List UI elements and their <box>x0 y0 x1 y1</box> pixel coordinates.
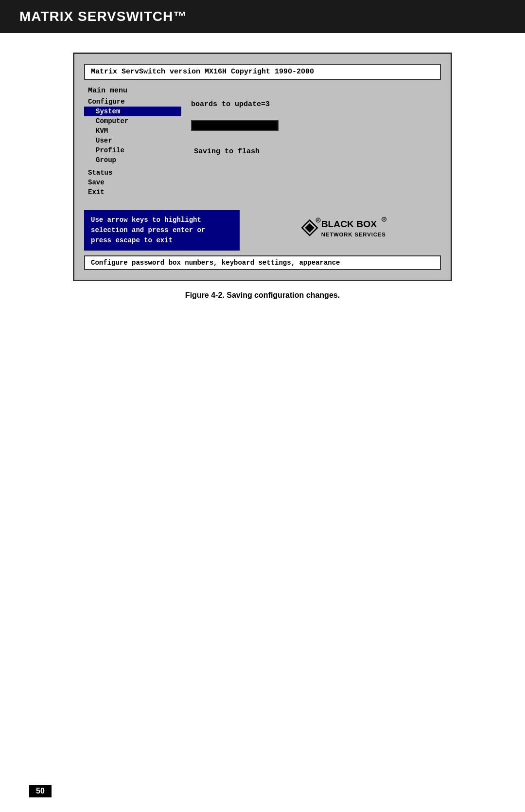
logo-area: R BLACK BOX R NETWORK SERVICES <box>240 207 441 251</box>
menu-item-save[interactable]: Save <box>84 178 181 187</box>
menu-item-group[interactable]: Group <box>84 155 181 165</box>
svg-text:BLACK BOX: BLACK BOX <box>321 219 377 229</box>
screen-container: Matrix ServSwitch version MX16H Copyrigh… <box>73 53 452 281</box>
left-menu: Main menu Configure System Computer KVM … <box>84 86 181 197</box>
right-content: boards to update=3 Saving to flash <box>181 86 441 197</box>
status-bar: Configure password box numbers, keyboard… <box>84 255 441 270</box>
svg-text:R: R <box>383 217 385 221</box>
svg-marker-1 <box>305 223 314 233</box>
menu-item-computer[interactable]: Computer <box>84 116 181 126</box>
menu-item-profile[interactable]: Profile <box>84 145 181 155</box>
instruction-box: Use arrow keys to highlight selection an… <box>84 210 240 251</box>
menu-item-status[interactable]: Status <box>84 168 181 178</box>
instruction-line3: press escape to exit <box>91 236 173 244</box>
version-text: Matrix ServSwitch version MX16H Copyrigh… <box>91 68 314 76</box>
svg-text:NETWORK SERVICES: NETWORK SERVICES <box>321 232 386 237</box>
header-title: MATRIX SERVSWITCH™ <box>19 9 187 24</box>
version-bar: Matrix ServSwitch version MX16H Copyrigh… <box>84 64 441 80</box>
page-number: 50 <box>29 785 52 797</box>
menu-item-system[interactable]: System <box>84 107 181 116</box>
figure-caption: Figure 4-2. Saving configuration changes… <box>29 291 496 300</box>
main-menu-label: Main menu <box>84 86 181 96</box>
progress-bar-container <box>191 120 431 131</box>
instruction-line1: Use arrow keys to highlight <box>91 216 201 224</box>
progress-bar-inner <box>192 121 216 130</box>
instruction-line2: selection and press enter or <box>91 226 205 234</box>
bottom-area: Use arrow keys to highlight selection an… <box>84 207 441 251</box>
menu-item-exit[interactable]: Exit <box>84 187 181 197</box>
configure-label[interactable]: Configure <box>84 97 181 107</box>
menu-area: Main menu Configure System Computer KVM … <box>84 86 441 197</box>
progress-bar-outer <box>191 120 279 131</box>
saving-label: Saving to flash <box>191 146 431 157</box>
menu-item-user[interactable]: User <box>84 136 181 145</box>
boards-label: boards to update=3 <box>191 100 431 108</box>
menu-item-kvm[interactable]: KVM <box>84 126 181 136</box>
page-header: MATRIX SERVSWITCH™ <box>0 0 525 33</box>
blackbox-logo: R BLACK BOX R NETWORK SERVICES <box>292 212 389 246</box>
svg-text:R: R <box>317 218 320 222</box>
main-content: Matrix ServSwitch version MX16H Copyrigh… <box>0 33 525 319</box>
